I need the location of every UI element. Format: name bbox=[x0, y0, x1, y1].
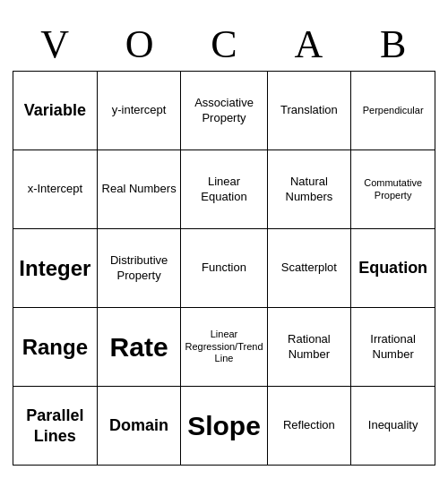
cell-r4-c3: Reflection bbox=[268, 387, 352, 466]
cell-r0-c4: Perpendicular bbox=[351, 72, 435, 150]
cell-r2-c2: Function bbox=[181, 229, 267, 308]
title-letter: O bbox=[100, 21, 179, 67]
cell-r4-c0: Parallel Lines bbox=[13, 387, 98, 466]
cell-r2-c3: Scatterplot bbox=[268, 229, 352, 308]
cell-r2-c4: Equation bbox=[351, 229, 435, 308]
cell-r4-c1: Domain bbox=[98, 387, 182, 466]
cell-r0-c0: Variable bbox=[13, 72, 98, 150]
cell-r3-c3: Rational Number bbox=[268, 308, 352, 387]
title-letter: V bbox=[15, 21, 94, 67]
cell-r4-c2: Slope bbox=[181, 387, 267, 466]
cell-r4-c4: Inequality bbox=[351, 387, 435, 466]
bingo-grid: Variabley-interceptAssociative PropertyT… bbox=[13, 71, 435, 466]
cell-r3-c1: Rate bbox=[98, 308, 182, 387]
cell-r3-c4: Irrational Number bbox=[351, 308, 435, 387]
cell-r1-c1: Real Numbers bbox=[98, 150, 182, 229]
cell-r0-c3: Translation bbox=[268, 72, 352, 150]
title-letter: A bbox=[269, 21, 348, 67]
cell-r2-c1: Distributive Property bbox=[98, 229, 182, 308]
cell-r1-c3: Natural Numbers bbox=[268, 150, 352, 229]
title-letter: C bbox=[185, 21, 263, 67]
cell-r1-c0: x-Intercept bbox=[13, 150, 98, 229]
cell-r0-c2: Associative Property bbox=[181, 72, 267, 150]
cell-r1-c2: Linear Equation bbox=[181, 150, 267, 229]
cell-r2-c0: Integer bbox=[13, 229, 98, 308]
cell-r1-c4: Commutative Property bbox=[351, 150, 435, 229]
bingo-card: VOCAB Variabley-interceptAssociative Pro… bbox=[9, 18, 439, 469]
cell-r3-c0: Range bbox=[13, 308, 98, 387]
bingo-title: VOCAB bbox=[13, 21, 435, 67]
title-letter: B bbox=[354, 21, 433, 67]
cell-r0-c1: y-intercept bbox=[98, 72, 182, 150]
cell-r3-c2: Linear Regression/Trend Line bbox=[181, 308, 267, 387]
